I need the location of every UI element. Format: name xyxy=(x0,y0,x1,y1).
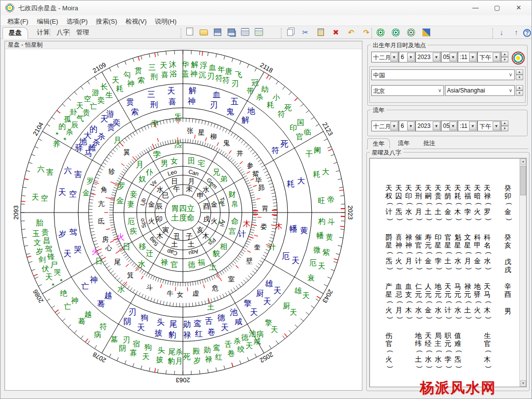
close-button[interactable]: ✕ xyxy=(508,0,530,15)
dropdown-icon[interactable]: ▼ xyxy=(390,53,398,61)
star-entry: 值难(炁) xyxy=(453,332,462,371)
scrollbar-thumb[interactable] xyxy=(520,166,526,195)
city-select[interactable]: 北京 ∨ xyxy=(371,85,444,96)
save-icon[interactable] xyxy=(212,28,223,37)
redo-icon[interactable]: ↷ xyxy=(361,28,372,37)
date-part-select-3[interactable]: 05▼ xyxy=(441,121,458,131)
maximize-button[interactable]: ▢ xyxy=(486,0,508,15)
svg-text:月: 月 xyxy=(176,357,183,365)
dropdown-icon[interactable]: ▼ xyxy=(449,122,457,130)
new-file-icon[interactable] xyxy=(184,28,195,37)
svg-text:火: 火 xyxy=(211,217,218,225)
svg-text:杀: 杀 xyxy=(176,347,183,356)
dropdown-icon[interactable]: ▼ xyxy=(433,53,440,61)
minimize-button[interactable]: — xyxy=(465,0,486,15)
print-icon[interactable] xyxy=(239,28,250,37)
timezone-dropdown-icon[interactable]: ∨ xyxy=(509,88,512,93)
dropdown-icon[interactable]: ▼ xyxy=(469,53,476,61)
dropdown-icon[interactable]: ▼ xyxy=(493,122,500,130)
date-part-value: 6 xyxy=(401,123,404,129)
chart-shapes-icon[interactable] xyxy=(421,28,432,37)
svg-text:2118: 2118 xyxy=(259,61,274,74)
print-preview-icon[interactable] xyxy=(253,28,264,37)
result-tab-生年[interactable]: 生年 xyxy=(367,138,390,149)
svg-text:锋: 锋 xyxy=(47,252,55,261)
app-window: 七政四余星盘 - Moira — ▢ ✕ 档案(F)编辑(E)选项(P)搜索(S… xyxy=(0,0,532,399)
open-file-icon[interactable] xyxy=(198,28,209,37)
help-icon[interactable]: ? xyxy=(522,28,532,37)
svg-text:禄: 禄 xyxy=(183,331,191,339)
city-spinner[interactable]: ▲ ▼ xyxy=(516,85,523,96)
svg-text:禄: 禄 xyxy=(161,258,168,266)
svg-text:星: 星 xyxy=(198,129,205,136)
svg-text:越: 越 xyxy=(104,291,112,300)
menu-item-0[interactable]: 档案(F) xyxy=(5,17,30,27)
svg-text:厄: 厄 xyxy=(282,252,290,260)
star-entry: 催官(计) xyxy=(414,233,423,273)
svg-text:国: 国 xyxy=(297,118,304,126)
dropdown-icon[interactable]: ▼ xyxy=(469,122,476,130)
chart-refresh-button[interactable] xyxy=(511,51,525,65)
date-part-select-2[interactable]: 2023▼ xyxy=(415,52,441,62)
chart-target-1-icon[interactable] xyxy=(375,28,386,37)
paste-icon[interactable] xyxy=(315,28,326,37)
date-part-select-1[interactable]: 6▼ xyxy=(399,121,415,131)
svg-text:耗: 耗 xyxy=(286,180,295,188)
svg-text:贵: 贵 xyxy=(41,228,49,236)
tab-星盘[interactable]: 星盘 xyxy=(2,27,28,39)
menu-item-1[interactable]: 编辑(E) xyxy=(35,17,60,27)
stars-scrollbar[interactable]: ▲ ▼ xyxy=(519,158,526,387)
cut-icon[interactable]: ✂ xyxy=(300,28,311,37)
date-part-select-4[interactable]: :11▼ xyxy=(458,121,477,131)
date-part-select-5[interactable]: 下午▼ xyxy=(477,121,501,131)
dropdown-icon[interactable]: ▼ xyxy=(407,122,414,130)
delete-icon[interactable]: ✖ xyxy=(330,28,341,37)
dropdown-icon[interactable]: ▼ xyxy=(433,122,440,130)
dropdown-icon[interactable]: ▼ xyxy=(449,53,457,61)
svg-text:官: 官 xyxy=(171,260,178,269)
dropdown-icon[interactable]: ▼ xyxy=(407,53,414,61)
svg-text:2023: 2023 xyxy=(347,206,354,220)
dropdown-icon[interactable]: ▼ xyxy=(493,53,500,61)
result-tab-流年[interactable]: 流年 xyxy=(393,138,414,149)
date-part-select-1[interactable]: 6▼ xyxy=(399,52,415,62)
svg-text:勋: 勋 xyxy=(183,320,191,328)
date-part-select-5[interactable]: 下午▼ xyxy=(477,52,501,62)
time-spinner[interactable]: ▲▼ xyxy=(501,52,508,62)
copy-icon[interactable] xyxy=(285,28,296,37)
page-down-icon[interactable]: ↓ xyxy=(496,28,507,37)
svg-text:杀: 杀 xyxy=(256,92,264,101)
menu-item-2[interactable]: 选项(P) xyxy=(64,17,89,27)
svg-text:喜: 喜 xyxy=(161,70,169,79)
svg-text:临: 临 xyxy=(304,127,311,136)
country-select[interactable]: 中国 ∨ xyxy=(371,69,515,80)
timezone-select[interactable]: Asia/Shanghai ∨ xyxy=(445,85,515,96)
date-part-select-4[interactable]: :11▼ xyxy=(458,52,477,62)
dropdown-icon[interactable]: ▼ xyxy=(390,122,398,130)
svg-text:金: 金 xyxy=(116,196,124,205)
save-all-icon[interactable] xyxy=(226,28,236,37)
undo-icon[interactable]: ↶ xyxy=(346,28,356,37)
menu-item-3[interactable]: 搜索(S) xyxy=(94,17,119,27)
date-part-select-0[interactable]: 十二月▼ xyxy=(371,121,399,131)
menu-item-5[interactable]: 说明(H) xyxy=(153,17,178,27)
page-up-icon[interactable]: ↑ xyxy=(511,28,522,37)
city-dropdown-icon[interactable]: ∨ xyxy=(438,88,442,93)
menu-item-4[interactable]: 检视(V) xyxy=(123,17,148,27)
svg-text:舌: 舌 xyxy=(225,340,232,348)
time-spinner[interactable]: ▲▼ xyxy=(501,121,508,131)
tab-管理[interactable]: 管理 xyxy=(70,27,95,39)
date-part-select-3[interactable]: 05▼ xyxy=(441,52,458,62)
chart-target-2-icon[interactable] xyxy=(390,28,401,37)
date-part-select-2[interactable]: 2023▼ xyxy=(415,121,441,131)
svg-text:觜: 觜 xyxy=(252,170,259,178)
chart-target-3-icon[interactable] xyxy=(406,28,416,37)
bazi-pillar: 癸卯(金) xyxy=(503,184,512,223)
country-dropdown-icon[interactable]: ∨ xyxy=(509,72,512,77)
result-tab-批注[interactable]: 批注 xyxy=(418,138,440,149)
date-part-select-0[interactable]: 十二月▼ xyxy=(371,52,399,62)
svg-text:卯: 卯 xyxy=(156,215,163,223)
svg-text:卷: 卷 xyxy=(207,328,215,336)
country-spinner[interactable]: ▲ ▼ xyxy=(516,69,523,80)
title-bar: 七政四余星盘 - Moira — ▢ ✕ xyxy=(0,0,532,15)
